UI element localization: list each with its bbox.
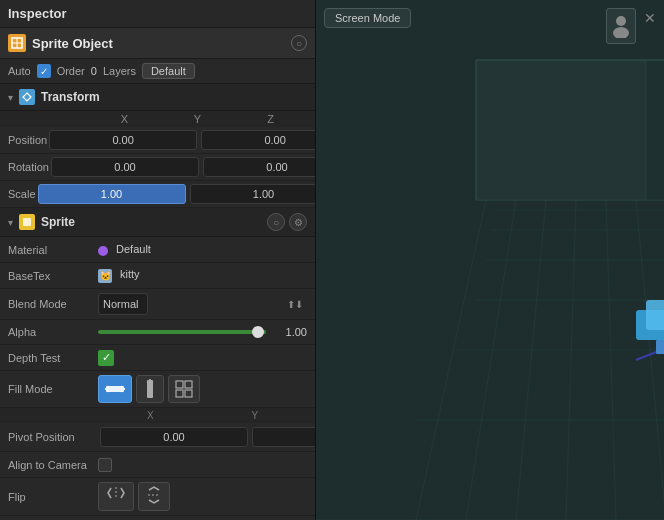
svg-rect-12 — [176, 381, 183, 388]
object-icon — [8, 34, 26, 52]
fill-tile-icon — [175, 380, 193, 398]
basetex-row: BaseTex 🐱 kitty — [0, 263, 315, 289]
rotation-x-input[interactable] — [51, 157, 199, 177]
alpha-label: Alpha — [8, 326, 98, 338]
scale-x-input[interactable] — [38, 184, 186, 204]
flip-label: Flip — [8, 491, 98, 503]
alpha-slider-thumb[interactable] — [252, 326, 264, 338]
blend-mode-select[interactable]: Normal Additive Multiply — [98, 293, 148, 315]
svg-point-69 — [613, 27, 629, 38]
depth-test-checkbox[interactable] — [98, 350, 114, 366]
svg-marker-39 — [476, 60, 646, 200]
pivot-x-label: X — [98, 410, 203, 421]
align-camera-checkbox[interactable] — [98, 458, 112, 472]
viewport-corner-icon — [606, 8, 636, 44]
sprite-gear-btn[interactable]: ⚙ — [289, 213, 307, 231]
depth-test-label: Depth Test — [8, 352, 98, 364]
svg-marker-40 — [646, 60, 664, 200]
flip-vertical-btn[interactable] — [138, 482, 170, 511]
position-x-input[interactable] — [49, 130, 197, 150]
toolbar-row: Auto Order 0 Layers Default — [0, 59, 315, 84]
pivot-y-label: Y — [203, 410, 308, 421]
svg-rect-9 — [147, 380, 153, 398]
align-camera-label: Align to Camera — [8, 459, 98, 471]
alpha-slider-container — [98, 324, 266, 340]
svg-rect-52 — [646, 300, 664, 330]
fill-mode-label: Fill Mode — [8, 383, 98, 395]
viewport-close-icon[interactable]: ✕ — [644, 10, 656, 26]
xyz-header: X Y Z — [0, 111, 315, 127]
transform-title: Transform — [41, 90, 307, 104]
rotation-label: Rotation — [8, 161, 49, 173]
default-badge[interactable]: Default — [142, 63, 195, 79]
inspector-panel: Inspector Sprite Object ○ Auto Order 0 L… — [0, 0, 316, 520]
sprite-options-btn[interactable]: ○ — [267, 213, 285, 231]
object-name: Sprite Object — [32, 36, 285, 51]
alpha-slider-track — [98, 330, 266, 334]
flip-v-icon — [147, 486, 161, 504]
rotation-y-input[interactable] — [203, 157, 315, 177]
inspector-title: Inspector — [8, 6, 67, 21]
pivot-x-input[interactable] — [100, 427, 248, 447]
depth-test-row: Depth Test — [0, 345, 315, 371]
basetex-label: BaseTex — [8, 270, 98, 282]
rotation-row: Rotation — [0, 154, 315, 181]
svg-rect-15 — [185, 390, 192, 397]
fill-vertical-btn[interactable] — [136, 375, 164, 403]
fill-horizontal-btn[interactable] — [98, 375, 132, 403]
x-header: X — [88, 113, 161, 125]
svg-rect-13 — [185, 381, 192, 388]
inspector-header: Inspector — [0, 0, 315, 28]
object-options-btn[interactable]: ○ — [291, 35, 307, 51]
fill-horizontal-icon — [105, 382, 125, 396]
y-header: Y — [161, 113, 234, 125]
svg-point-68 — [616, 16, 626, 26]
object-header: Sprite Object ○ — [0, 28, 315, 59]
pivot-label: Pivot Position — [8, 431, 98, 443]
material-label: Material — [8, 244, 98, 256]
order-value: 0 — [91, 65, 97, 77]
kitty-texture-icon: 🐱 — [98, 269, 112, 283]
position-label: Position — [8, 134, 47, 146]
svg-rect-3 — [23, 218, 31, 226]
scale-label: Scale — [8, 188, 36, 200]
viewport: Screen Mode ✕ — [316, 0, 664, 520]
auto-label: Auto — [8, 65, 31, 77]
person-icon — [611, 14, 631, 38]
transform-arrow-icon: ▾ — [8, 92, 13, 103]
sprite-icon — [19, 214, 35, 230]
pivot-position-row: Pivot Position — [0, 423, 315, 452]
scale-y-input[interactable] — [190, 184, 315, 204]
fill-vertical-icon — [143, 379, 157, 399]
material-color-dot — [98, 246, 108, 256]
fill-tile-btn[interactable] — [168, 375, 200, 403]
pivot-y-input[interactable] — [252, 427, 315, 447]
layers-label: Layers — [103, 65, 136, 77]
blend-mode-row: Blend Mode Normal Additive Multiply ⬆⬇ — [0, 289, 315, 320]
transform-section-header[interactable]: ▾ Transform — [0, 84, 315, 111]
grid-canvas — [316, 0, 664, 520]
blend-select-arrow-icon: ⬆⬇ — [287, 299, 303, 310]
flip-h-icon — [107, 486, 125, 500]
material-value: Default — [98, 243, 307, 255]
sprite-section-header[interactable]: ▾ Sprite ○ ⚙ — [0, 208, 315, 237]
align-camera-row: Align to Camera — [0, 452, 315, 478]
transform-icon — [19, 89, 35, 105]
material-row: Material Default — [0, 237, 315, 263]
z-header: Z — [234, 113, 307, 125]
blend-mode-label: Blend Mode — [8, 298, 98, 310]
screen-mode-button[interactable]: Screen Mode — [324, 8, 411, 28]
basetex-value: 🐱 kitty — [98, 268, 307, 282]
flip-horizontal-btn[interactable] — [98, 482, 134, 511]
alpha-row: Alpha 1.00 — [0, 320, 315, 345]
sprite-title: Sprite — [41, 215, 261, 229]
position-y-input[interactable] — [201, 130, 315, 150]
svg-rect-4 — [106, 386, 124, 392]
fill-mode-row: Fill Mode — [0, 371, 315, 408]
svg-rect-66 — [656, 340, 664, 354]
pivot-xy-labels: X Y — [0, 408, 315, 423]
auto-checkbox[interactable] — [37, 64, 51, 78]
position-row: Position — [0, 127, 315, 154]
alpha-value: 1.00 — [272, 326, 307, 338]
scale-row: Scale — [0, 181, 315, 208]
